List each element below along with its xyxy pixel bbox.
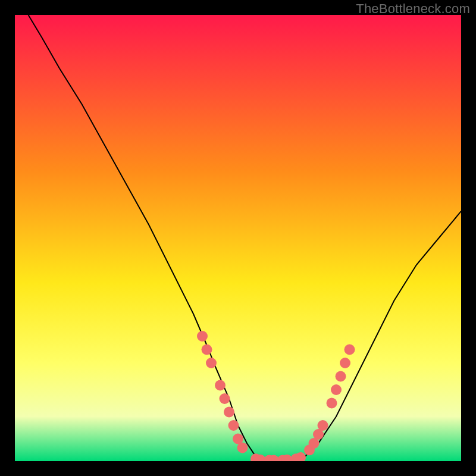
data-point xyxy=(340,358,350,368)
data-point xyxy=(220,393,230,404)
data-point xyxy=(224,407,234,418)
chart-svg xyxy=(15,15,461,461)
data-point xyxy=(206,358,217,368)
plot-area xyxy=(15,15,461,461)
gradient-background xyxy=(15,15,461,461)
data-point xyxy=(318,420,328,431)
data-point xyxy=(202,345,212,355)
data-point xyxy=(345,345,355,355)
data-point xyxy=(237,443,248,453)
data-point xyxy=(336,371,346,382)
data-point xyxy=(228,420,239,431)
data-point xyxy=(197,331,208,342)
data-point xyxy=(215,380,226,391)
chart-frame: TheBottleneck.com xyxy=(0,0,476,476)
data-point xyxy=(331,384,342,395)
data-point xyxy=(327,398,337,409)
